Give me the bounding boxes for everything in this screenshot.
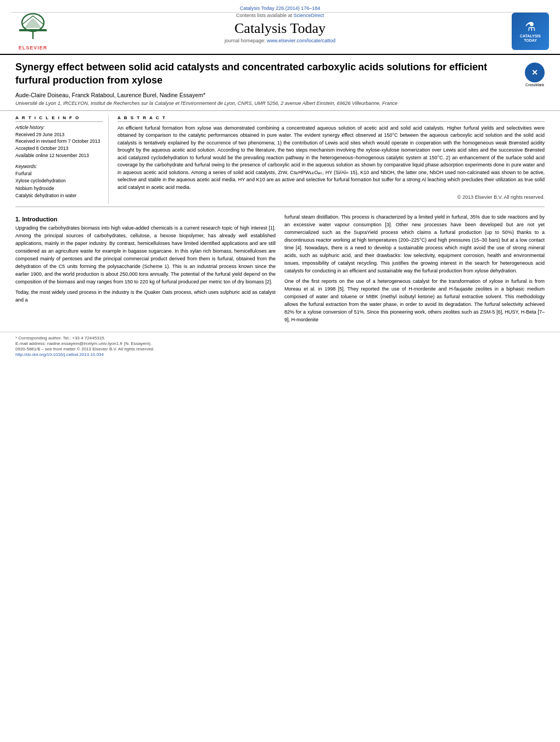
article-affiliation: Université de Lyon 1, IRCELYON, Institut…	[15, 101, 545, 106]
article-authors: Aude-Claire Doiseau, Franck Rataboul, La…	[15, 92, 545, 98]
elsevier-logo: ELSEVIER	[11, 13, 55, 51]
footer-email: E-mail address: nadine.essayem@ircelym.u…	[15, 341, 545, 346]
body-left-col: 1. Introduction Upgrading the carbohydra…	[15, 214, 276, 327]
journal-title: Catalysis Today	[66, 20, 494, 37]
received-revised-date: Received in revised form 7 October 2013	[15, 138, 103, 145]
homepage-link[interactable]: www.elsevier.com/locate/cattod	[267, 38, 335, 43]
accepted-date: Accepted 8 October 2013	[15, 145, 103, 152]
footer-doi: http://dx.doi.org/10.1016/j.cattod.2013.…	[15, 352, 545, 357]
crossmark-badge: ✕	[525, 63, 545, 82]
journal-header: Catalysis Today 226 (2014) 176–184 ELSEV…	[0, 0, 560, 55]
history-label: Article history:	[15, 125, 103, 130]
catalysis-icon: ⚗	[525, 20, 536, 34]
header-center: Contents lists available at ScienceDirec…	[55, 13, 505, 43]
page-footer: * Corresponding author. Tel.: +33 4 7244…	[0, 332, 560, 360]
article-title: Synergy effect between solid acid cataly…	[15, 60, 545, 87]
copyright-line: © 2013 Elsevier B.V. All rights reserved…	[117, 194, 545, 200]
keyword-2: Xylose cyclodehydration	[15, 177, 103, 185]
abstract-col: A B S T R A C T An efficient furfural fo…	[117, 115, 545, 204]
keyword-4: Catalytic dehydration in water	[15, 192, 103, 200]
volume-info: Catalysis Today 226 (2014) 176–184	[11, 4, 549, 13]
right-paragraph-1: furfural steam distillation. This proces…	[284, 214, 545, 275]
elsevier-tree-icon	[16, 13, 49, 44]
available-date: Available online 12 November 2013	[15, 152, 103, 159]
article-info-abstract: A R T I C L E I N F O Article history: R…	[0, 115, 560, 204]
right-paragraph-2: One of the first reports on the use of a…	[284, 278, 545, 324]
keyword-1: Furfural	[15, 170, 103, 178]
intro-paragraph-2: Today, the most widely used process in t…	[15, 289, 276, 304]
keywords-list: Furfural Xylose cyclodehydration Niobium…	[15, 170, 103, 200]
body-right-col: furfural steam distillation. This proces…	[284, 214, 545, 327]
journal-homepage: journal homepage: www.elsevier.com/locat…	[66, 38, 494, 43]
volume-text: Catalysis Today 226 (2014) 176–184	[240, 5, 320, 11]
doi-link[interactable]: http://dx.doi.org/10.1016/j.cattod.2013.…	[15, 352, 104, 357]
intro-paragraph-1: Upgrading the carbohydrates biomass into…	[15, 225, 276, 286]
elsevier-text: ELSEVIER	[19, 45, 48, 51]
article-section: ✕ CrossMark Synergy effect between solid…	[0, 55, 560, 111]
article-keywords: Keywords: Furfural Xylose cyclodehydrati…	[15, 164, 103, 200]
footer-license: 0920-5861/$ – see front matter © 2013 El…	[15, 347, 545, 352]
article-info-heading: A R T I C L E I N F O	[15, 115, 103, 122]
sciencedirect-link[interactable]: ScienceDirect	[294, 13, 324, 18]
keywords-label: Keywords:	[15, 164, 103, 169]
catalysis-badge: ⚗ CATALYSISTODAY	[512, 13, 549, 50]
abstract-heading: A B S T R A C T	[117, 115, 545, 122]
main-content: 1. Introduction Upgrading the carbohydra…	[0, 209, 560, 332]
keyword-3: Niobium hydroxide	[15, 185, 103, 193]
article-info-col: A R T I C L E I N F O Article history: R…	[15, 115, 109, 204]
footer-corresponding: * Corresponding author. Tel.: +33 4 7244…	[15, 336, 545, 341]
intro-section-title: 1. Introduction	[15, 216, 276, 222]
catalysis-badge-text: CATALYSISTODAY	[520, 34, 541, 43]
catalysis-logo: ⚗ CATALYSISTODAY	[505, 13, 549, 50]
article-history: Article history: Received 29 June 2013 R…	[15, 125, 103, 159]
contents-line: Contents lists available at ScienceDirec…	[66, 13, 494, 18]
section-divider	[15, 207, 545, 207]
received-date: Received 29 June 2013	[15, 131, 103, 138]
abstract-text: An efficient furfural formation from xyl…	[117, 125, 545, 192]
header-top: ELSEVIER Contents lists available at Sci…	[11, 13, 549, 51]
crossmark: ✕ CrossMark	[525, 63, 545, 87]
